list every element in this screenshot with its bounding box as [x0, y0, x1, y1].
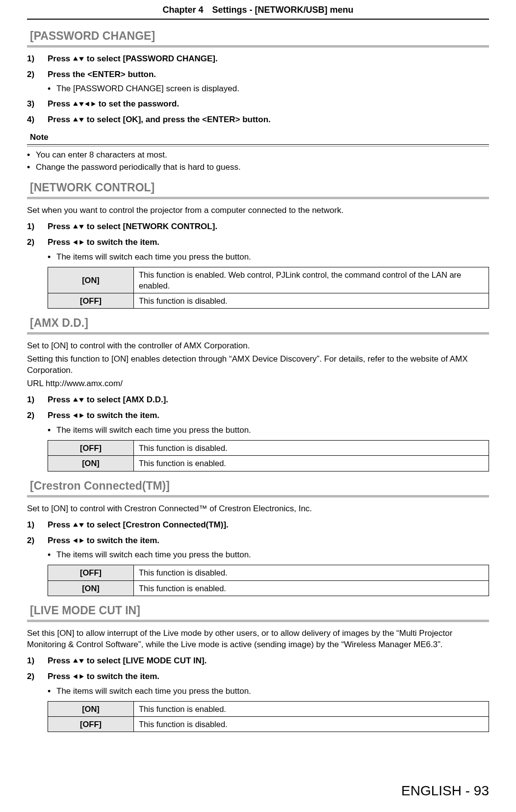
option-value: This function is enabled.: [134, 456, 489, 471]
step-row: 1) Press to select [PASSWORD CHANGE].: [27, 53, 489, 65]
bullet-icon: •: [48, 550, 56, 561]
option-key: [ON]: [48, 701, 134, 716]
step-text-pre: Press: [48, 115, 73, 124]
note-item: •Change the password periodically that i…: [27, 162, 489, 173]
step-text-post: to set the password.: [96, 99, 179, 108]
step-text: Press to select [OK], and press the <ENT…: [48, 114, 271, 126]
up-down-arrow-icon: [73, 656, 84, 666]
option-value: This function is enabled.: [134, 580, 489, 596]
step-text-post: to switch the item.: [84, 536, 159, 545]
option-value: This function is disabled.: [134, 293, 489, 309]
step-row: 3) Press to set the password.: [27, 99, 489, 110]
page-footer: ENGLISH - 93: [401, 782, 489, 800]
up-down-arrow-icon: [73, 395, 84, 405]
section-title-crestron-connected: [Crestron Connected(TM)]: [27, 477, 489, 498]
sub-bullet: • The items will switch each time you pr…: [48, 425, 489, 436]
step-text-post: to switch the item.: [84, 411, 159, 420]
bullet-icon: •: [48, 252, 56, 263]
option-key: [OFF]: [48, 565, 134, 580]
table-row: [ON]This function is enabled.: [48, 701, 489, 716]
step-text-pre: Press: [48, 222, 73, 231]
step-row: 4) Press to select [OK], and press the <…: [27, 114, 489, 126]
step-text-post: to select [Crestron Connected(TM)].: [84, 520, 229, 529]
section-title-live-mode-cut-in: [LIVE MODE CUT IN]: [27, 602, 489, 622]
bullet-icon: •: [27, 162, 36, 173]
section-title-network-control: [NETWORK CONTROL]: [27, 179, 489, 199]
option-key: [ON]: [48, 456, 134, 471]
left-right-arrow-icon: [73, 238, 84, 247]
sub-bullet-text: The items will switch each time you pres…: [56, 550, 251, 561]
up-down-arrow-icon: [73, 222, 84, 232]
sub-bullet: • The items will switch each time you pr…: [48, 686, 489, 697]
note-item: •You can enter 8 characters at most.: [27, 150, 489, 161]
step-text: Press to select [Crestron Connected(TM)]…: [48, 520, 229, 531]
sub-bullet: • The items will switch each time you pr…: [48, 550, 489, 561]
step-text-pre: Press: [48, 99, 73, 108]
table-row: [ON]This function is enabled.: [48, 456, 489, 471]
step-row: 2) Press to switch the item.: [27, 237, 489, 249]
table-row: [OFF]This function is disabled.: [48, 716, 489, 732]
section-title-password-change: [PASSWORD CHANGE]: [27, 27, 489, 48]
step-text-post: to select [PASSWORD CHANGE].: [84, 54, 218, 63]
step-text: Press to set the password.: [48, 99, 179, 110]
up-down-arrow-icon: [73, 54, 84, 64]
bullet-icon: •: [27, 150, 36, 161]
section-intro: Set when you want to control the project…: [27, 205, 489, 216]
sub-bullet: • The [PASSWORD CHANGE] screen is displa…: [48, 83, 489, 95]
option-key: [OFF]: [48, 441, 134, 456]
option-key: [ON]: [48, 580, 134, 596]
step-number: 1): [27, 221, 48, 233]
step-text-pre: Press: [48, 672, 73, 681]
step-text-post: to switch the item.: [84, 672, 159, 681]
step-text: Press to select [AMX D.D.].: [48, 394, 168, 406]
table-row: [OFF]This function is disabled.: [48, 441, 489, 456]
option-table: [OFF]This function is disabled. [ON]This…: [48, 440, 489, 471]
sub-bullet-text: The items will switch each time you pres…: [56, 252, 251, 263]
step-row: 1) Press to select [AMX D.D.].: [27, 394, 489, 406]
step-row: 2) Press to switch the item.: [27, 410, 489, 422]
step-number: 2): [27, 69, 48, 80]
step-number: 2): [27, 671, 48, 683]
step-text-post: to select [OK], and press the <ENTER> bu…: [84, 115, 271, 124]
step-row: 1) Press to select [Crestron Connected(T…: [27, 520, 489, 531]
step-number: 4): [27, 114, 48, 126]
step-text: Press the <ENTER> button.: [48, 69, 156, 80]
step-number: 1): [27, 394, 48, 406]
sub-bullet-text: The items will switch each time you pres…: [56, 425, 251, 436]
sub-bullet-text: The [PASSWORD CHANGE] screen is displaye…: [56, 83, 239, 95]
step-text: Press to switch the item.: [48, 535, 159, 547]
step-text-pre: Press: [48, 237, 73, 247]
step-row: 2) Press the <ENTER> button.: [27, 69, 489, 80]
option-table: [ON]This function is enabled. Web contro…: [48, 267, 489, 309]
step-text-post: to select [LIVE MODE CUT IN].: [84, 656, 206, 665]
step-row: 1) Press to select [LIVE MODE CUT IN].: [27, 655, 489, 667]
step-number: 2): [27, 535, 48, 547]
table-row: [OFF]This function is disabled.: [48, 565, 489, 580]
step-text: Press to switch the item.: [48, 237, 159, 249]
up-down-arrow-icon: [73, 521, 84, 530]
step-text-post: to switch the item.: [84, 237, 159, 247]
step-text-post: to select [AMX D.D.].: [84, 395, 168, 404]
step-text-post: to select [NETWORK CONTROL].: [84, 222, 217, 231]
chapter-header: Chapter 4 Settings - [NETWORK/USB] menu: [27, 0, 489, 20]
step-text: Press to select [LIVE MODE CUT IN].: [48, 655, 206, 667]
step-text: Press to select [PASSWORD CHANGE].: [48, 53, 218, 65]
bullet-icon: •: [48, 83, 56, 95]
note-list: •You can enter 8 characters at most. •Ch…: [27, 150, 489, 173]
left-right-arrow-icon: [73, 672, 84, 681]
bullet-icon: •: [48, 425, 56, 436]
left-right-arrow-icon: [73, 536, 84, 546]
option-value: This function is disabled.: [134, 441, 489, 456]
table-row: [ON]This function is enabled.: [48, 580, 489, 596]
step-row: 2) Press to switch the item.: [27, 671, 489, 683]
option-value: This function is disabled.: [134, 565, 489, 580]
option-key: [ON]: [48, 267, 134, 293]
step-text: Press to switch the item.: [48, 410, 159, 422]
up-down-arrow-icon: [73, 115, 84, 125]
note-header: Note: [27, 131, 489, 145]
step-row: 2) Press to switch the item.: [27, 535, 489, 547]
section-intro: Set to [ON] to control with Crestron Con…: [27, 503, 489, 515]
section-intro: Set this [ON] to allow interrupt of the …: [27, 628, 489, 651]
step-number: 2): [27, 410, 48, 422]
step-text-pre: Press: [48, 536, 73, 545]
